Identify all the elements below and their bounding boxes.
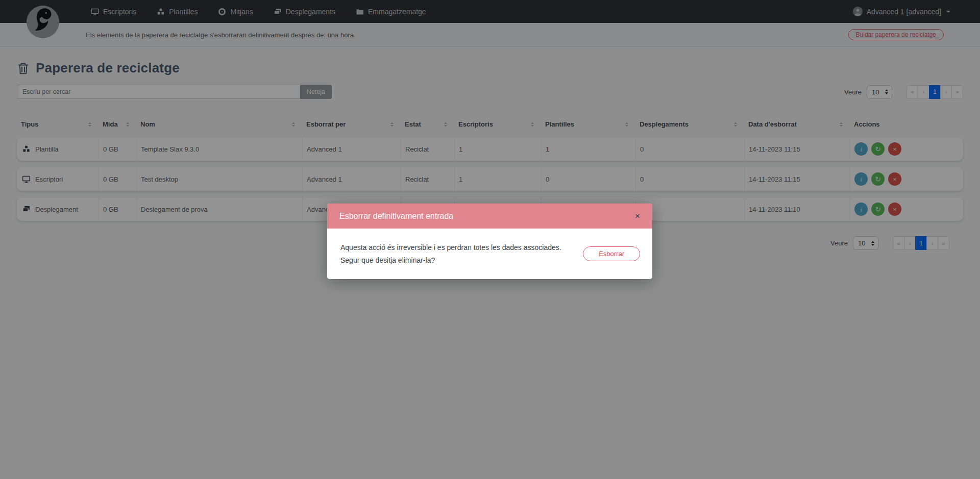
close-icon[interactable]: × — [633, 210, 642, 222]
modal-message: Aquesta acció és irreversible i es perdr… — [340, 241, 561, 267]
delete-confirmation-modal: Esborrar definitivament entrada × Aquest… — [327, 204, 652, 279]
modal-message-line1: Aquesta acció és irreversible i es perdr… — [340, 241, 561, 254]
confirm-delete-button[interactable]: Esborrar — [583, 246, 640, 261]
modal-body: Aquesta acció és irreversible i es perdr… — [327, 229, 652, 279]
modal-title: Esborrar definitivament entrada — [339, 212, 453, 221]
modal-header: Esborrar definitivament entrada × — [327, 204, 652, 229]
modal-message-line2: Segur que desitja eliminar-la? — [340, 254, 561, 267]
